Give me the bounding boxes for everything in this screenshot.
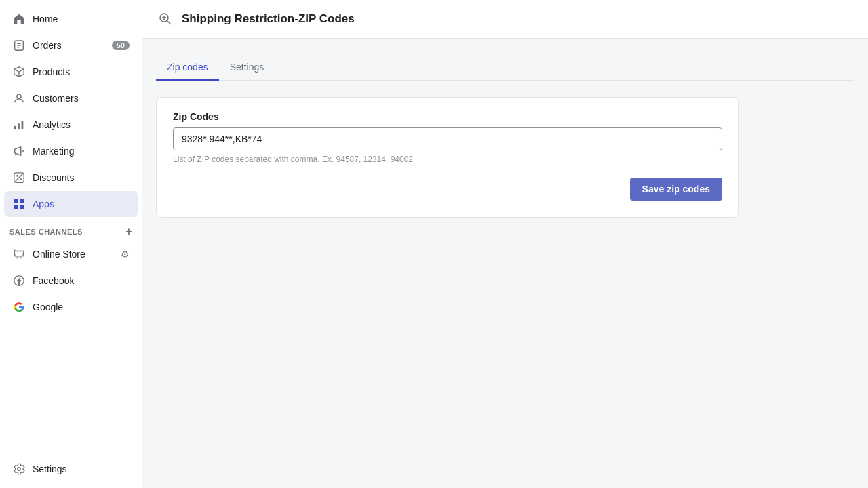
svg-line-25 (167, 21, 172, 25)
marketing-icon (12, 144, 26, 158)
svg-point-19 (16, 257, 18, 258)
sales-channels-label: SALES CHANNELS (9, 228, 83, 236)
online-store-icon (12, 247, 26, 261)
sidebar-label-online-store: Online Store (33, 249, 85, 260)
discounts-icon (12, 171, 26, 184)
svg-rect-16 (20, 199, 24, 203)
tab-settings[interactable]: Settings (219, 55, 275, 81)
sales-channels-header: SALES CHANNELS + (0, 218, 142, 241)
page-header-icon (156, 9, 175, 28)
page-title: Shipping Restriction-ZIP Codes (182, 12, 355, 26)
sidebar-item-analytics[interactable]: Analytics (4, 112, 138, 138)
svg-rect-17 (14, 205, 18, 209)
main-content: Shipping Restriction-ZIP Codes Zip codes… (142, 0, 868, 488)
sidebar: Home Orders 50 Products Customers (0, 0, 142, 488)
sidebar-item-online-store[interactable]: Online Store ⚙ (4, 241, 138, 267)
svg-point-7 (17, 94, 21, 98)
online-store-row: Online Store ⚙ (33, 249, 130, 260)
sidebar-item-products[interactable]: Products (4, 59, 138, 85)
facebook-icon (12, 274, 26, 287)
tab-zip-codes[interactable]: Zip codes (156, 55, 219, 81)
sidebar-item-marketing[interactable]: Marketing (4, 138, 138, 164)
sidebar-item-customers[interactable]: Customers (4, 85, 138, 111)
apps-icon (12, 197, 26, 211)
customers-icon (12, 92, 26, 105)
orders-icon (12, 39, 26, 52)
sidebar-label-discounts: Discounts (33, 172, 74, 183)
analytics-icon (12, 118, 26, 131)
zip-codes-hint: List of ZIP codes separated with comma. … (173, 155, 722, 164)
svg-line-5 (19, 69, 24, 72)
sidebar-label-apps: Apps (33, 199, 54, 209)
products-icon (12, 65, 26, 79)
sidebar-label-home: Home (33, 14, 58, 24)
sidebar-item-discounts[interactable]: Discounts (4, 165, 138, 190)
sidebar-label-customers: Customers (33, 93, 79, 104)
sidebar-label-orders: Orders (33, 40, 62, 51)
tabs: Zip codes Settings (156, 55, 854, 81)
svg-point-11 (16, 175, 18, 177)
sidebar-item-home[interactable]: Home (4, 6, 138, 32)
sidebar-label-google: Google (33, 302, 63, 312)
orders-badge: 50 (112, 41, 130, 50)
sidebar-nav: Home Orders 50 Products Customers (0, 0, 142, 488)
zip-codes-card: Zip Codes List of ZIP codes separated wi… (156, 97, 739, 218)
sidebar-label-products: Products (33, 66, 70, 77)
sidebar-item-orders[interactable]: Orders 50 (4, 33, 138, 58)
zip-codes-field-label: Zip Codes (173, 111, 722, 122)
svg-rect-9 (18, 123, 20, 129)
svg-rect-18 (20, 205, 24, 209)
svg-rect-8 (14, 126, 16, 129)
svg-point-23 (18, 468, 21, 471)
sidebar-label-settings: Settings (33, 464, 67, 474)
sidebar-label-analytics: Analytics (33, 119, 71, 130)
save-zip-codes-button[interactable]: Save zip codes (630, 178, 722, 201)
page-header: Shipping Restriction-ZIP Codes (142, 0, 868, 39)
svg-rect-10 (22, 121, 24, 130)
online-store-gear-icon[interactable]: ⚙ (121, 249, 130, 260)
home-icon (12, 12, 26, 26)
svg-point-20 (20, 257, 22, 258)
sidebar-item-apps[interactable]: Apps (4, 191, 138, 217)
svg-line-6 (14, 69, 19, 72)
settings-icon (12, 462, 26, 476)
sidebar-item-google[interactable]: Google (4, 294, 138, 320)
svg-line-13 (16, 174, 23, 182)
sidebar-label-facebook: Facebook (33, 275, 74, 286)
svg-point-12 (20, 178, 22, 180)
content-area: Zip codes Settings Zip Codes List of ZIP… (142, 39, 868, 234)
google-icon (12, 300, 26, 314)
add-sales-channel-icon[interactable]: + (125, 226, 132, 238)
zip-codes-input[interactable] (173, 127, 722, 150)
sidebar-item-facebook[interactable]: Facebook (4, 268, 138, 293)
sidebar-label-marketing: Marketing (33, 146, 74, 157)
sidebar-item-settings[interactable]: Settings (4, 456, 138, 482)
svg-rect-15 (14, 199, 18, 203)
